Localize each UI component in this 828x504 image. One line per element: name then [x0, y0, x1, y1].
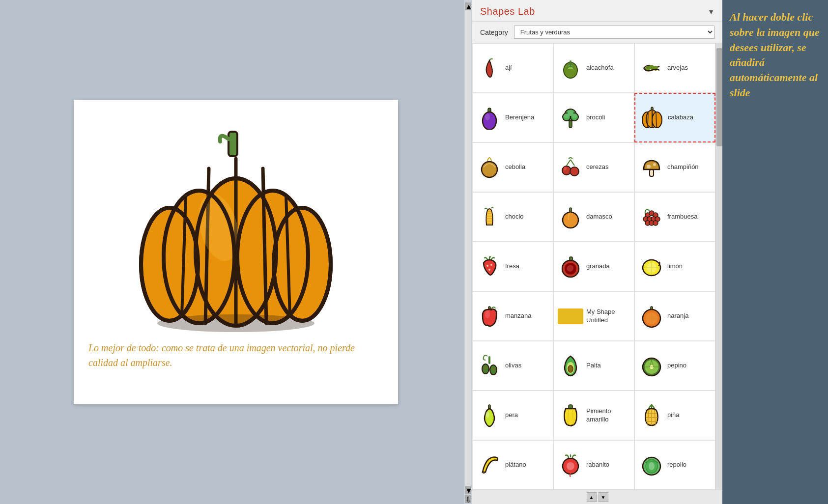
shape-icon-pera: [478, 404, 501, 427]
slide-scrollbar[interactable]: ▲ ▼ ⇩: [464, 0, 472, 504]
shape-cell-repollo[interactable]: repollo: [634, 440, 715, 490]
svg-point-112: [649, 462, 655, 470]
shape-label-pimiento: Pimiento amarillo: [586, 407, 629, 424]
shape-icon-cerezas: [559, 156, 582, 179]
shape-icon-granada: [559, 255, 582, 279]
scroll-down-btn[interactable]: ▼: [465, 486, 471, 494]
shape-label-calabaza: calabaza: [668, 113, 693, 122]
shape-label-rabanito: rabanito: [586, 461, 609, 469]
shape-cell-arvejas[interactable]: arvejas: [634, 43, 715, 93]
shape-icon-repollo: [640, 453, 663, 477]
shape-label-granada: granada: [586, 262, 610, 271]
nav-up-btn[interactable]: ▲: [587, 492, 597, 502]
shape-cell-cerezas[interactable]: cerezas: [553, 142, 634, 192]
scroll-up-btn[interactable]: ▲: [465, 2, 471, 10]
slide-area: Lo mejor de todo: como se trata de una i…: [0, 0, 472, 504]
shape-icon-pepino: [640, 354, 663, 378]
category-label: Category: [480, 28, 508, 36]
shape-cell-pera[interactable]: pera: [472, 391, 553, 440]
shape-cell-frambuesa[interactable]: frambuesa: [634, 192, 715, 242]
shape-cell-granada[interactable]: granada: [553, 242, 634, 291]
shape-icon-aji: [478, 56, 501, 80]
shape-icon-myshape: [559, 305, 582, 328]
svg-point-37: [652, 112, 662, 128]
svg-point-33: [572, 113, 577, 118]
shape-icon-alcachofa: [559, 56, 582, 80]
shapes-grid: ajíalcachofaarvejasBerenjenabrocolicalab…: [472, 43, 715, 490]
shape-icon-champinon: [640, 156, 663, 179]
shape-icon-choclo: [478, 205, 501, 229]
slide-caption: Lo mejor de todo: como se trata de una i…: [74, 336, 398, 380]
svg-point-44: [564, 167, 567, 170]
svg-point-82: [646, 312, 657, 324]
shape-label-aji: ají: [505, 64, 512, 72]
shape-label-pepino: pepino: [667, 362, 686, 370]
shape-icon-frambuesa: [640, 205, 663, 229]
shape-icon-pina: [640, 404, 663, 427]
shape-icon-arvejas: [640, 56, 663, 80]
svg-point-47: [653, 163, 656, 166]
shapes-panel-scrollbar[interactable]: [715, 43, 722, 490]
shape-cell-platano[interactable]: plátano: [472, 440, 553, 490]
shape-icon-naranja: [640, 305, 663, 328]
svg-point-98: [485, 412, 489, 418]
shape-cell-palta[interactable]: Palta: [553, 341, 634, 391]
svg-rect-20: [570, 60, 571, 67]
shape-icon-olivas: [478, 354, 501, 378]
shape-cell-limon[interactable]: limón: [634, 242, 715, 291]
panel-header: Shapes Lab ▼: [472, 0, 722, 22]
shape-icon-pimiento: [559, 404, 582, 427]
svg-point-32: [564, 113, 569, 118]
shape-cell-fresa[interactable]: fresa: [472, 242, 553, 291]
shape-cell-rabanito[interactable]: rabanito: [553, 440, 634, 490]
shape-cell-damasco[interactable]: damasco: [553, 192, 634, 242]
panel-menu-arrow[interactable]: ▼: [708, 8, 714, 16]
shape-cell-olivas[interactable]: olivas: [472, 341, 553, 391]
category-select[interactable]: Frutas y verduras Animales Personas Obje…: [514, 26, 714, 39]
scroll-bottom-btn[interactable]: ⇩: [465, 495, 471, 503]
scrollbar-thumb[interactable]: [716, 48, 722, 146]
scroll-track: [465, 10, 471, 486]
svg-point-65: [653, 221, 658, 225]
category-row: Category Frutas y verduras Animales Pers…: [472, 22, 722, 43]
shape-icon-rabanito: [559, 453, 582, 477]
shape-label-pina: piña: [667, 411, 680, 420]
shapes-panel: Shapes Lab ▼ Category Frutas y verduras …: [472, 0, 722, 504]
shape-icon-palta: [559, 354, 582, 378]
shapes-grid-wrapper: ajíalcachofaarvejasBerenjenabrocolicalab…: [472, 43, 722, 490]
my-shape-rect: [558, 308, 583, 324]
svg-point-87: [492, 368, 494, 370]
svg-line-40: [656, 113, 657, 128]
shape-label-limon: limón: [667, 262, 683, 271]
shape-label-manzana: manzana: [505, 312, 531, 320]
shape-cell-aji[interactable]: ají: [472, 43, 553, 93]
shape-cell-naranja[interactable]: naranja: [634, 291, 715, 341]
svg-rect-45: [650, 169, 654, 176]
shape-label-alcachofa: alcachofa: [586, 64, 614, 72]
shape-label-frambuesa: frambuesa: [667, 213, 697, 221]
shape-icon-limon: [640, 255, 663, 279]
shape-cell-pimiento[interactable]: Pimiento amarillo: [553, 391, 634, 440]
annotation-text: Al hacer doble clic sobre la imagen que …: [730, 10, 821, 101]
shape-cell-myshape[interactable]: My Shape Untitled: [553, 291, 634, 341]
nav-down-btn[interactable]: ▼: [599, 492, 608, 502]
shape-cell-pepino[interactable]: pepino: [634, 341, 715, 391]
shape-cell-pina[interactable]: piña: [634, 391, 715, 440]
shape-cell-champinon[interactable]: champiñón: [634, 142, 715, 192]
shape-cell-alcachofa[interactable]: alcachofa: [553, 43, 634, 93]
shape-cell-brocoli[interactable]: brocoli: [553, 93, 634, 142]
shape-cell-calabaza[interactable]: calabaza: [634, 93, 715, 142]
shape-label-olivas: olivas: [505, 362, 521, 370]
shape-cell-cebolla[interactable]: cebolla: [472, 142, 553, 192]
svg-line-39: [648, 113, 648, 128]
svg-point-67: [490, 264, 492, 266]
shape-cell-choclo[interactable]: choclo: [472, 192, 553, 242]
shape-cell-berenjena[interactable]: Berenjena: [472, 93, 553, 142]
shape-label-repollo: repollo: [667, 461, 686, 469]
shape-label-pera: pera: [505, 411, 518, 420]
shape-cell-manzana[interactable]: manzana: [472, 291, 553, 341]
shape-label-brocoli: brocoli: [586, 113, 605, 122]
shape-icon-platano: [478, 453, 501, 477]
svg-rect-83: [488, 356, 490, 364]
svg-point-18: [157, 314, 314, 332]
